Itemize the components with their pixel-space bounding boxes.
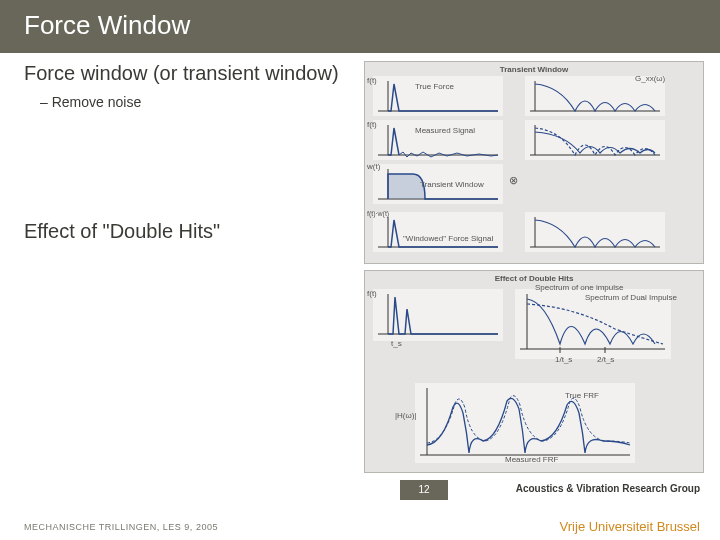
fig2-label-hw: |H(ω)| [395, 411, 417, 420]
fig2-label-ft: f(t) [367, 289, 377, 298]
university-label: Vrije Universiteit Brussel [560, 519, 700, 534]
fig1-label-wt: w(t) [367, 162, 380, 171]
fig2-impulse-plot [373, 289, 503, 341]
fig1-windowed-plot [373, 212, 503, 252]
fig1-label-ft1: f(t) [367, 76, 377, 85]
fig1-label-ftwt: f(t)·w(t) [367, 210, 389, 217]
fig2-title: Effect of Double Hits [495, 274, 574, 283]
figure-transient-window: Transient Window f(t) True Force G_x [364, 61, 704, 264]
slide-title: Force Window [0, 0, 720, 53]
fig2-label-spec1: Spectrum of one impulse [535, 283, 624, 292]
fig2-label-truefrf: True FRF [565, 391, 599, 400]
footer: 12 Acoustics & Vibration Research Group … [0, 480, 720, 540]
left-column: Force window (or transient window) Remov… [24, 61, 364, 473]
fig2-label-measfrf: Measured FRF [505, 455, 558, 464]
fig1-multiply-icon: ⊗ [509, 174, 518, 187]
fig1-label-gxx1: G_xx(ω) [635, 74, 665, 83]
fig2-label-ts: t_s [391, 339, 402, 348]
fig1-label-ft2: f(t) [367, 120, 377, 129]
page-number: 12 [400, 480, 448, 500]
fig1-label-measured: Measured Signal [415, 126, 475, 135]
section1-heading: Force window (or transient window) [24, 61, 354, 86]
fig1-label-trueforce: True Force [415, 82, 454, 91]
figure-double-hits: Effect of Double Hits f(t) t_s [364, 270, 704, 473]
course-label: MECHANISCHE TRILLINGEN, LES 9, 2005 [24, 522, 218, 532]
research-group-label: Acoustics & Vibration Research Group [516, 483, 700, 494]
fig2-label-2ts: 2/t_s [597, 355, 614, 364]
fig1-label-windowed: "Windowed" Force Signal [403, 234, 493, 243]
content-area: Force window (or transient window) Remov… [0, 53, 720, 473]
fig1-title: Transient Window [500, 65, 568, 74]
right-column: Transient Window f(t) True Force G_x [364, 61, 704, 473]
section2-heading: Effect of "Double Hits" [24, 220, 354, 243]
fig2-label-1ts: 1/t_s [555, 355, 572, 364]
fig2-frf-plot [415, 383, 635, 463]
fig1-spectrum3 [525, 212, 665, 252]
fig1-label-window: Transient Window [420, 180, 484, 189]
fig1-spectrum2 [525, 120, 665, 160]
section1-bullet: Remove noise [40, 94, 354, 110]
fig2-label-spec2: Spectrum of Dual Impulse [585, 293, 677, 302]
